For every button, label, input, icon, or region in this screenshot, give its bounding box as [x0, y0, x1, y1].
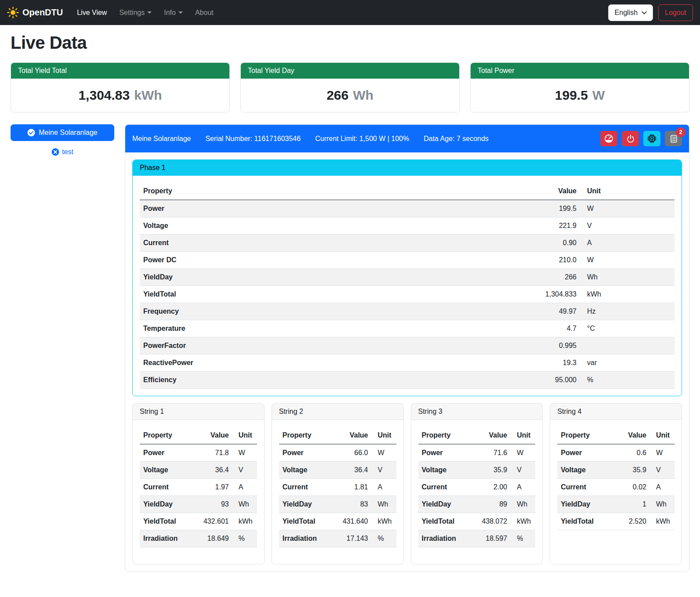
unit-cell: kWh [650, 513, 675, 530]
unit-cell: % [372, 530, 396, 547]
limit-settings-button[interactable] [600, 131, 617, 146]
inverter-selected-button[interactable]: Meine Solaranlage [11, 124, 114, 141]
unit-cell: Wh [650, 496, 675, 513]
column-header-property: Property [140, 183, 514, 200]
unit-cell: var [580, 355, 675, 372]
logout-button[interactable]: Logout [658, 4, 693, 21]
inverter-name: Meine Solaranlage [132, 135, 191, 143]
unit-cell: W [580, 252, 675, 269]
unit-cell: Wh [372, 496, 396, 513]
unit-cell: V [511, 462, 535, 479]
total-yield-total-unit: kWh [134, 88, 162, 103]
table-row: Temperature4.7°C [140, 320, 675, 337]
nav-item-about[interactable]: About [190, 5, 219, 20]
property-cell: YieldTotal [279, 513, 332, 530]
property-cell: Voltage [418, 462, 472, 479]
table-row: Power71.8W [140, 444, 257, 462]
table-row: YieldDay1Wh [557, 496, 675, 513]
table-row: Current2.00A [418, 479, 536, 496]
property-cell: YieldDay [140, 496, 193, 513]
unit-cell: Wh [580, 269, 675, 286]
value-cell: 18.597 [471, 530, 511, 547]
power-button[interactable] [622, 131, 639, 146]
property-cell: YieldDay [557, 496, 610, 513]
value-cell: 89 [471, 496, 511, 513]
event-log-button[interactable]: 2 [665, 131, 682, 146]
table-row: Irradiation18.597% [418, 530, 536, 547]
card-total-yield-day: Total Yield Day 266 Wh [240, 62, 460, 112]
inverter-item-test[interactable]: test [51, 148, 73, 156]
nav-item-info[interactable]: Info [159, 5, 188, 20]
nav-item-settings[interactable]: Settings [114, 5, 157, 20]
property-cell: Voltage [140, 217, 514, 235]
column-header-unit: Unit [372, 427, 396, 444]
unit-cell: kWh [372, 513, 396, 530]
string-3-title: String 3 [411, 404, 543, 420]
inverter-panel: Meine Solaranlage Serial Number: 1161716… [125, 124, 689, 572]
value-cell: 36.4 [193, 462, 232, 479]
card-total-power: Total Power 199.5 W [470, 62, 689, 112]
property-cell: Current [418, 479, 472, 496]
card-total-yield-total: Total Yield Total 1,304.83 kWh [11, 62, 230, 112]
inverter-action-buttons: 2 [600, 131, 682, 146]
table-row: Current0.02A [557, 479, 675, 496]
unit-cell: A [232, 479, 257, 496]
card-title: Total Power [471, 63, 689, 79]
property-cell: Current [140, 479, 193, 496]
x-circle-icon [51, 148, 59, 156]
sun-icon [7, 7, 19, 18]
inverter-data-age: Data Age: 7 seconds [424, 135, 489, 143]
table-row: YieldTotal438.072kWh [418, 513, 536, 530]
value-cell: 0.02 [610, 479, 650, 496]
table-row: Current0.90A [140, 235, 675, 252]
column-header-unit: Unit [232, 427, 257, 444]
unit-cell: W [372, 444, 396, 462]
strings-row: String 1 PropertyValueUnit Power71.8WVol… [132, 403, 682, 564]
table-row: Irradiation17.143% [279, 530, 396, 547]
property-cell: YieldTotal [140, 286, 514, 303]
property-cell: YieldTotal [418, 513, 472, 530]
value-cell: 17.143 [332, 530, 372, 547]
column-header-property: Property [140, 427, 193, 444]
table-row: PowerFactor0.995 [140, 337, 675, 355]
unit-cell: V [372, 462, 396, 479]
value-cell: 210.0 [514, 252, 580, 269]
unit-cell: A [580, 235, 675, 252]
event-count-badge: 2 [676, 127, 685, 137]
property-cell: Irradiation [418, 530, 472, 547]
property-cell: Power [140, 200, 514, 217]
table-row: YieldDay89Wh [418, 496, 536, 513]
table-row: Power DC210.0W [140, 252, 675, 269]
language-select[interactable]: English [608, 4, 653, 21]
table-row: Power199.5W [140, 200, 675, 217]
table-row: YieldTotal431.640kWh [279, 513, 396, 530]
table-row: Voltage35.9V [418, 462, 536, 479]
string-1-table: PropertyValueUnit Power71.8WVoltage36.4V… [140, 427, 257, 547]
nav-links: Live View Settings Info About [72, 5, 219, 20]
unit-cell: W [650, 444, 675, 462]
property-cell: Power DC [140, 252, 514, 269]
table-row: Voltage36.4V [279, 462, 396, 479]
property-cell: Power [140, 444, 193, 462]
table-header-row: PropertyValueUnit [140, 183, 675, 200]
unit-cell [580, 337, 675, 355]
property-cell: Current [140, 235, 514, 252]
value-cell: 2.00 [471, 479, 511, 496]
property-cell: YieldDay [279, 496, 332, 513]
value-cell: 1.81 [332, 479, 372, 496]
column-header-value: Value [610, 427, 650, 444]
chevron-down-icon [641, 10, 647, 16]
column-header-property: Property [418, 427, 472, 444]
property-cell: Frequency [140, 303, 514, 320]
total-yield-day-value: 266 [326, 88, 348, 103]
language-selected-label: English [615, 9, 638, 17]
phase-1-table: PropertyValueUnit Power199.5WVoltage221.… [140, 183, 675, 389]
nav-item-live-view[interactable]: Live View [72, 5, 112, 20]
chevron-down-icon [147, 11, 152, 14]
unit-cell: V [580, 217, 675, 235]
value-cell: 18.649 [193, 530, 232, 547]
device-info-button[interactable] [643, 131, 660, 146]
brand[interactable]: OpenDTU [7, 7, 63, 18]
value-cell: 221.9 [514, 217, 580, 235]
unit-cell: Wh [511, 496, 535, 513]
